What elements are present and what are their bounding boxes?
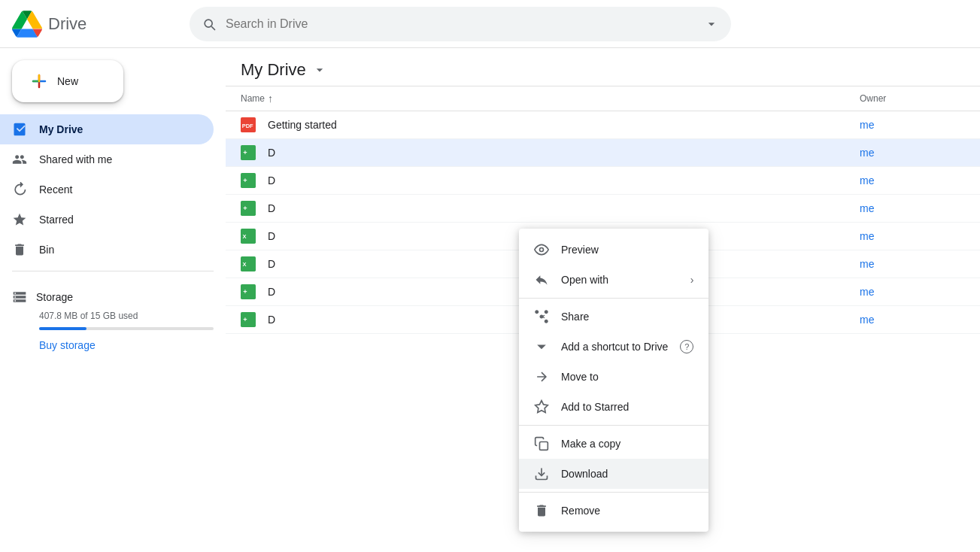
context-menu-open-with[interactable]: Open with ›	[519, 265, 708, 295]
buy-storage-link[interactable]: Buy storage	[12, 339, 214, 351]
content-area: My Drive Name ↑ Owner PDF Getti	[226, 48, 980, 552]
file-owner: me	[860, 230, 965, 242]
context-menu-preview[interactable]: Preview	[519, 235, 708, 265]
svg-point-20	[540, 248, 544, 252]
column-owner: Owner	[860, 93, 965, 104]
storage-bar	[39, 327, 214, 330]
context-menu-share[interactable]: Share	[519, 302, 708, 332]
svg-text:+: +	[243, 316, 247, 323]
recent-icon	[12, 182, 27, 197]
svg-text:+: +	[243, 288, 247, 296]
context-menu-add-starred-label: Add to Starred	[561, 401, 629, 413]
context-menu-remove[interactable]: Remove	[519, 496, 708, 526]
file-name: D	[268, 202, 860, 214]
gdoc-icon-4: +	[241, 284, 256, 299]
file-name: D	[268, 147, 860, 159]
sidebar-item-my-drive-label: My Drive	[39, 123, 83, 135]
file-owner: me	[860, 258, 965, 270]
file-name: Getting started	[268, 119, 860, 131]
header: Drive	[0, 0, 980, 48]
context-menu-download[interactable]: Download	[519, 459, 708, 489]
shortcut-icon	[534, 339, 549, 354]
share-icon	[534, 309, 549, 324]
search-input[interactable]	[226, 17, 695, 31]
search-icon	[202, 17, 217, 32]
file-owner: me	[860, 286, 965, 298]
context-menu-divider-1	[519, 298, 708, 299]
sidebar-item-recent-label: Recent	[39, 183, 72, 196]
sidebar-item-recent[interactable]: Recent	[0, 174, 214, 205]
eye-icon	[534, 242, 549, 257]
svg-rect-22	[540, 442, 548, 450]
submenu-arrow-icon: ›	[690, 274, 694, 286]
starred-icon	[12, 212, 27, 227]
storage-used-text: 407.8 MB of 15 GB used	[12, 311, 214, 321]
context-menu-share-label: Share	[561, 311, 589, 323]
main-layout: New My Drive Shared with me Recent	[0, 48, 980, 552]
new-button-label: New	[57, 75, 78, 87]
file-owner: me	[860, 174, 965, 187]
search-filter-icon[interactable]	[704, 17, 719, 32]
file-owner: me	[860, 119, 965, 131]
column-name[interactable]: Name ↑	[241, 93, 860, 105]
sidebar-item-shared-label: Shared with me	[39, 153, 112, 165]
move-to-icon	[534, 369, 549, 384]
file-row[interactable]: PDF Getting started me	[226, 111, 980, 139]
context-menu-open-with-label: Open with	[561, 274, 608, 286]
storage-section: Storage 407.8 MB of 15 GB used Buy stora…	[0, 278, 226, 363]
sidebar-item-starred[interactable]: Starred	[0, 205, 214, 235]
my-drive-icon	[12, 122, 27, 137]
file-owner: me	[860, 202, 965, 214]
context-menu-move-to[interactable]: Move to	[519, 362, 708, 392]
star-outline-icon	[534, 399, 549, 414]
storage-label: Storage	[12, 290, 214, 305]
context-menu-divider-3	[519, 492, 708, 493]
context-menu-make-copy[interactable]: Make a copy	[519, 429, 708, 459]
bin-icon	[12, 242, 27, 257]
sidebar-divider	[12, 271, 214, 271]
svg-text:X: X	[243, 233, 247, 240]
context-menu: Preview Open with › Share	[519, 229, 708, 532]
file-row[interactable]: + D me	[226, 167, 980, 195]
pdf-icon: PDF	[241, 117, 256, 132]
sidebar-item-my-drive[interactable]: My Drive	[0, 114, 214, 144]
svg-text:+: +	[243, 177, 247, 184]
sidebar: New My Drive Shared with me Recent	[0, 48, 226, 552]
svg-text:+: +	[243, 205, 247, 212]
page-title: My Drive	[241, 60, 306, 80]
gsheet-icon-2: X	[241, 256, 256, 271]
context-menu-shortcut-label: Add a shortcut to Drive	[561, 341, 668, 353]
sidebar-item-bin-label: Bin	[39, 244, 54, 256]
svg-text:PDF: PDF	[242, 123, 253, 129]
storage-text-label: Storage	[36, 291, 73, 303]
file-owner: me	[860, 147, 965, 159]
new-plus-icon	[30, 72, 48, 90]
open-with-icon	[534, 272, 549, 287]
context-menu-divider-2	[519, 425, 708, 426]
sidebar-item-starred-label: Starred	[39, 214, 74, 226]
copy-icon	[534, 436, 549, 451]
sidebar-item-shared-with-me[interactable]: Shared with me	[0, 144, 214, 174]
new-button[interactable]: New	[12, 60, 123, 102]
storage-icon	[12, 290, 27, 305]
shared-icon	[12, 152, 27, 167]
file-row[interactable]: + D me	[226, 139, 980, 167]
sort-ascending-icon: ↑	[268, 93, 273, 105]
file-row[interactable]: + D me	[226, 195, 980, 223]
context-menu-download-label: Download	[561, 468, 608, 480]
my-drive-dropdown-icon[interactable]	[312, 62, 327, 77]
file-list-header: Name ↑ Owner	[226, 86, 980, 111]
search-bar[interactable]	[190, 7, 731, 41]
app-name: Drive	[48, 14, 86, 34]
context-menu-add-shortcut[interactable]: Add a shortcut to Drive ?	[519, 332, 708, 362]
context-menu-remove-label: Remove	[561, 505, 600, 517]
sidebar-item-bin[interactable]: Bin	[0, 235, 214, 265]
context-menu-preview-label: Preview	[561, 244, 599, 256]
context-menu-add-starred[interactable]: Add to Starred	[519, 392, 708, 422]
gdoc-icon-2: +	[241, 173, 256, 188]
drive-logo-icon	[12, 9, 42, 39]
context-menu-make-copy-label: Make a copy	[561, 438, 620, 450]
gsheet-icon: X	[241, 229, 256, 244]
svg-text:X: X	[243, 261, 247, 268]
svg-marker-21	[536, 401, 548, 413]
